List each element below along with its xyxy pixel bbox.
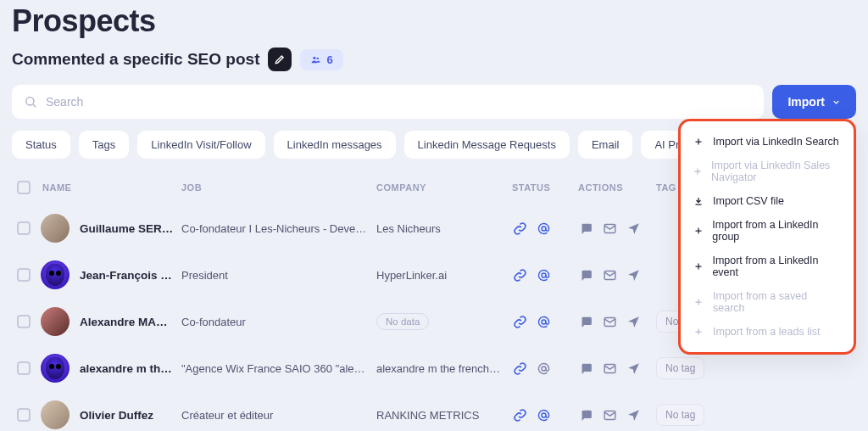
import-menu-item: Import from a saved search — [681, 284, 854, 320]
import-menu-label: Import via LinkedIn Search — [713, 136, 839, 148]
import-button-label: Import — [787, 95, 825, 109]
import-menu-item: Import from a leads list — [681, 320, 854, 344]
status-cell — [512, 267, 578, 283]
plus-icon — [693, 225, 704, 237]
actions-cell — [578, 407, 656, 423]
plus-icon — [693, 326, 704, 338]
status-cell — [512, 361, 578, 376]
import-menu-label: Import CSV file — [713, 195, 784, 207]
svg-point-3 — [542, 227, 546, 231]
link-icon[interactable] — [512, 314, 527, 329]
at-icon[interactable] — [536, 361, 551, 376]
import-menu-label: Import from a LinkedIn event — [712, 255, 842, 278]
member-count-pill[interactable]: 6 — [300, 49, 342, 70]
mail-icon[interactable] — [602, 314, 617, 329]
chevron-down-icon — [832, 98, 841, 107]
name-cell[interactable]: Olivier Duffez — [80, 409, 181, 422]
link-icon[interactable] — [512, 221, 527, 236]
import-button[interactable]: Import — [772, 85, 856, 119]
filter-chip[interactable]: Tags — [79, 131, 129, 159]
search-input[interactable] — [46, 95, 752, 109]
svg-point-0 — [314, 56, 316, 59]
at-icon[interactable] — [536, 221, 551, 236]
import-menu-item: Import via LinkedIn Sales Navigator — [681, 154, 854, 189]
job-cell: "Agence Wix France SAIO 360 "alexandre … — [181, 362, 376, 375]
filter-chip[interactable]: Email — [578, 131, 633, 159]
edit-list-button[interactable] — [268, 48, 292, 71]
select-all-checkbox[interactable] — [17, 181, 31, 194]
link-icon[interactable] — [512, 407, 527, 423]
plus-icon — [693, 165, 703, 177]
row-checkbox[interactable] — [17, 408, 31, 422]
list-title: Commented a specific SEO post — [12, 50, 259, 69]
name-cell[interactable]: Jean-François Lo… — [80, 269, 181, 282]
name-cell[interactable]: Alexandre MACH… — [80, 316, 181, 328]
filter-chip[interactable]: Status — [12, 131, 70, 159]
search-box[interactable] — [12, 85, 764, 119]
send-icon[interactable] — [626, 361, 641, 376]
at-icon[interactable] — [536, 314, 551, 329]
plus-icon — [693, 136, 704, 148]
mail-icon[interactable] — [602, 221, 617, 236]
import-menu-label: Import from a saved search — [713, 290, 842, 314]
import-menu-item[interactable]: Import from a LinkedIn group — [681, 213, 854, 249]
page-title: Prospects — [12, 3, 856, 39]
link-icon[interactable] — [512, 361, 527, 376]
row-checkbox[interactable] — [17, 361, 31, 375]
send-icon[interactable] — [626, 221, 641, 236]
message-icon[interactable] — [578, 267, 593, 283]
row-checkbox[interactable] — [17, 315, 31, 328]
mail-icon[interactable] — [602, 407, 617, 423]
at-icon[interactable] — [536, 267, 551, 283]
row-checkbox[interactable] — [17, 268, 31, 282]
actions-cell — [578, 267, 656, 283]
send-icon[interactable] — [626, 314, 641, 329]
filter-chip[interactable]: Linkedin Message Requests — [404, 131, 570, 159]
import-menu-item[interactable]: Import from a LinkedIn event — [681, 249, 854, 284]
table-row: Olivier DuffezCréateur et éditeurRANKING… — [12, 391, 856, 431]
tags-cell: No tag — [656, 404, 732, 426]
job-cell: Créateur et éditeur — [181, 409, 376, 422]
row-checkbox[interactable] — [17, 221, 31, 235]
status-cell — [512, 314, 578, 329]
status-cell — [512, 221, 578, 236]
send-icon[interactable] — [626, 407, 641, 423]
name-cell[interactable]: alexandre m the fr… — [80, 362, 181, 375]
filter-chip[interactable]: LinkedIn messages — [274, 131, 396, 159]
company-cell: Les Nicheurs — [376, 222, 512, 235]
company-cell: HyperLinker.ai — [376, 269, 512, 282]
col-company: COMPANY — [376, 182, 512, 193]
avatar[interactable] — [41, 214, 70, 243]
svg-point-7 — [542, 320, 546, 324]
status-cell — [512, 407, 578, 423]
no-tag-pill[interactable]: No tag — [656, 404, 704, 426]
avatar[interactable] — [41, 260, 70, 289]
avatar[interactable] — [41, 354, 70, 383]
actions-cell — [578, 221, 656, 236]
avatar[interactable] — [41, 400, 70, 429]
mail-icon[interactable] — [602, 361, 617, 376]
at-icon[interactable] — [536, 407, 551, 423]
plus-icon — [693, 260, 704, 272]
send-icon[interactable] — [626, 267, 641, 283]
mail-icon[interactable] — [602, 267, 617, 283]
download-icon — [693, 195, 704, 207]
message-icon[interactable] — [578, 221, 593, 236]
name-cell[interactable]: Guillaume SERRE — [80, 222, 181, 235]
avatar[interactable] — [41, 307, 70, 336]
search-icon — [24, 95, 37, 109]
no-tag-pill[interactable]: No tag — [656, 357, 704, 379]
message-icon[interactable] — [578, 314, 593, 329]
svg-point-2 — [26, 98, 34, 105]
link-icon[interactable] — [512, 267, 527, 283]
filter-chip[interactable]: LinkedIn Visit/Follow — [137, 131, 264, 159]
message-icon[interactable] — [578, 407, 593, 423]
import-menu-item[interactable]: Import CSV file — [681, 189, 854, 213]
import-dropdown: Import via LinkedIn SearchImport via Lin… — [678, 119, 856, 355]
job-cell: Co-fondateur — [181, 316, 376, 328]
company-cell: alexandre m the frenchy an… — [376, 362, 512, 375]
tags-cell: No tag — [656, 357, 732, 379]
col-actions: ACTIONS — [578, 182, 656, 193]
import-menu-item[interactable]: Import via LinkedIn Search — [681, 130, 854, 154]
message-icon[interactable] — [578, 361, 593, 376]
